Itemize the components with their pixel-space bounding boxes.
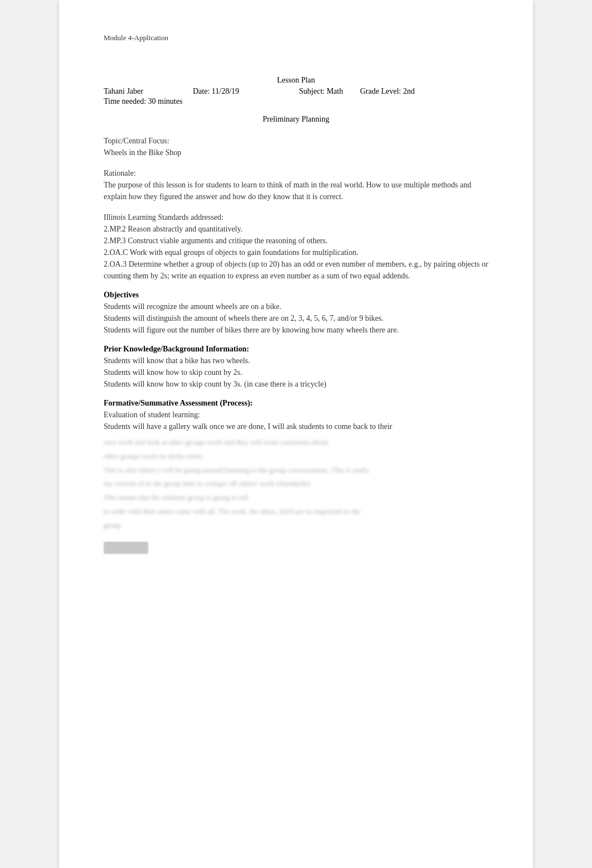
blurred-line-7: group. <box>104 520 488 532</box>
preliminary-planning-heading: Preliminary Planning <box>104 115 488 124</box>
lesson-plan-title: Lesson Plan <box>104 76 488 85</box>
topic-section: Topic/Central Focus: Wheels in the Bike … <box>104 135 488 158</box>
standards-label: Illinois Learning Standards addressed: <box>104 211 488 223</box>
blurred-line-1: own work and look at other groups work a… <box>104 437 488 449</box>
prior-knowledge-item-3: Students will know how to skip count by … <box>104 378 488 390</box>
source-cite-button[interactable] <box>104 542 148 554</box>
blurred-line-3: This is also where I will be going aroun… <box>104 465 488 476</box>
formative-intro: Evaluation of student learning: <box>104 409 488 421</box>
formative-visible-text: Students will have a gallery walk once w… <box>104 421 488 432</box>
standards-section: Illinois Learning Standards addressed: 2… <box>104 211 488 282</box>
formative-label: Formative/Summative Assessment (Process)… <box>104 399 488 408</box>
prior-knowledge-label: Prior Knowledge/Background Information: <box>104 345 488 354</box>
standards-item-2: 2.MP.3 Construct viable arguments and cr… <box>104 235 488 247</box>
blurred-line-4: my version of to the group time to criti… <box>104 478 488 490</box>
prior-knowledge-item-1: Students will know that a bike has two w… <box>104 355 488 367</box>
formative-section: Formative/Summative Assessment (Process)… <box>104 399 488 556</box>
standards-item-3: 2.OA.C Work with equal groups of objects… <box>104 247 488 258</box>
topic-content: Wheels in the Bike Shop <box>104 147 488 158</box>
rationale-label: Rationale: <box>104 167 488 179</box>
subject-label: Subject: Math <box>282 87 360 96</box>
blurred-line-5: This means that the students group is go… <box>104 492 488 504</box>
document-page: Module 4-Application Lesson Plan Tahani … <box>59 0 533 868</box>
objectives-item-3: Students will figure out the number of b… <box>104 324 488 336</box>
prior-knowledge-item-2: Students will know how to skip count by … <box>104 367 488 378</box>
time-label: Time needed: 30 minutes <box>104 97 488 106</box>
blurred-content-block: own work and look at other groups work a… <box>104 437 488 556</box>
objectives-label: Objectives <box>104 291 488 300</box>
objectives-item-2: Students will distinguish the amount of … <box>104 312 488 324</box>
grade-label: Grade Level: 2nd <box>360 87 488 96</box>
standards-item-4: 2.OA.3 Determine whether a group of obje… <box>104 258 488 282</box>
date-label: Date: 11/28/19 <box>193 87 282 96</box>
lesson-plan-info-row: Tahani Jaber Date: 11/28/19 Subject: Mat… <box>104 87 488 96</box>
rationale-content: The purpose of this lesson is for studen… <box>104 179 488 202</box>
lesson-plan-header: Lesson Plan Tahani Jaber Date: 11/28/19 … <box>104 76 488 106</box>
author-name: Tahani Jaber <box>104 87 193 96</box>
rationale-section: Rationale: The purpose of this lesson is… <box>104 167 488 202</box>
objectives-item-1: Students will recognize the amount wheel… <box>104 301 488 312</box>
blurred-line-2: other groups work on sticky notes. <box>104 451 488 462</box>
topic-label: Topic/Central Focus: <box>104 135 488 147</box>
prior-knowledge-section: Prior Knowledge/Background Information: … <box>104 345 488 390</box>
objectives-section: Objectives Students will recognize the a… <box>104 291 488 336</box>
standards-item-1: 2.MP.2 Reason abstractly and quantitativ… <box>104 223 488 235</box>
blurred-line-6: in order with their notes come with all.… <box>104 506 488 518</box>
module-label: Module 4-Application <box>104 33 488 42</box>
